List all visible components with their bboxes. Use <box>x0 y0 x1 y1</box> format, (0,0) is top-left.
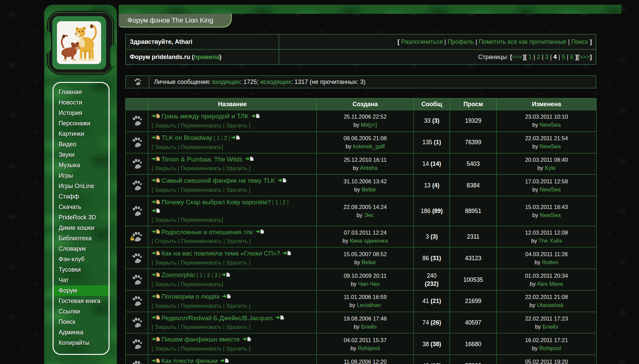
topic-action-link[interactable]: Закрыть <box>155 303 176 309</box>
topic-action-link[interactable]: Удалить <box>226 260 247 266</box>
author-link[interactable]: kotenok_gaff <box>353 143 385 149</box>
author-link[interactable]: The Хэйз <box>539 238 562 244</box>
topic-action-link[interactable]: Закрыть <box>155 217 176 223</box>
sidebar-item[interactable]: Гостевая книга <box>54 296 109 306</box>
topic-page-link[interactable]: 1 <box>200 272 203 278</box>
topic-title-link[interactable]: TLK on Broadway <box>161 134 212 141</box>
topic-title-link[interactable]: Самый смешной фанфик на тему TLK <box>161 177 275 184</box>
header-link[interactable]: Поиск <box>571 38 588 45</box>
rules-link[interactable]: правила <box>194 54 219 60</box>
topic-action-link[interactable]: Переименовать <box>181 324 221 330</box>
incoming-messages-link[interactable]: входящих <box>212 79 240 85</box>
sidebar-item[interactable]: Форум <box>54 285 109 296</box>
topic-action-link[interactable]: Переименовать <box>181 345 221 352</box>
sidebar-item[interactable]: Фэн-клуб <box>54 254 109 265</box>
author-link[interactable]: NewSea <box>540 186 560 192</box>
sidebar-item[interactable]: Дикие кошки <box>54 223 109 233</box>
sidebar-item[interactable]: Персонажи <box>54 118 109 129</box>
topic-action-link[interactable]: Переименовать <box>181 303 221 309</box>
topic-title-link[interactable]: Как на вас повлияла тема «Глюки СП»? <box>161 250 280 257</box>
topic-title-link[interactable]: Timon & Pumbaa: The Wilds <box>161 156 243 163</box>
arrow-doc-last-icon[interactable] <box>220 357 229 364</box>
sidebar-item[interactable]: Копирайты <box>54 338 109 348</box>
sidebar-item[interactable]: Звуки <box>54 150 109 160</box>
sidebar-item[interactable]: Чат <box>54 275 109 285</box>
author-link[interactable]: NewSea <box>540 143 560 149</box>
topic-page-link[interactable]: 1 <box>217 135 220 141</box>
sidebar-item[interactable]: Библиотека <box>54 233 109 244</box>
topic-action-link[interactable]: Удалить <box>226 238 248 244</box>
topic-action-link[interactable]: Удалить <box>226 345 247 352</box>
site-logo[interactable] <box>52 16 106 69</box>
arrow-doc-last-icon[interactable] <box>222 271 230 280</box>
sidebar-item[interactable]: Поиск <box>54 317 109 327</box>
author-link[interactable]: NewSea <box>540 212 560 218</box>
topic-page-link[interactable]: 2 <box>224 135 227 141</box>
sidebar-item[interactable]: История <box>54 108 109 118</box>
author-link[interactable]: Rohipnol <box>539 345 561 351</box>
author-link[interactable]: Мя[ут] <box>361 122 377 128</box>
arrow-doc-first-icon[interactable] <box>152 228 160 237</box>
topic-page-link[interactable]: 2 <box>207 272 210 278</box>
arrow-doc-first-icon[interactable] <box>152 271 160 280</box>
topic-action-link[interactable]: Переименовать <box>181 260 221 266</box>
arrow-doc-first-icon[interactable] <box>152 357 160 364</box>
author-link[interactable]: Kyle <box>545 165 555 171</box>
author-link[interactable]: Блейз <box>542 324 558 330</box>
author-link[interactable]: Энс <box>364 212 374 218</box>
topic-action-link[interactable]: Удалить <box>226 187 247 193</box>
topic-page-link[interactable]: 1 <box>275 200 278 205</box>
topic-action-link[interactable]: Переименовать <box>181 281 221 287</box>
topic-action-link[interactable]: Закрыть <box>155 144 176 150</box>
topic-action-link[interactable]: Переименовать <box>181 144 221 150</box>
next-pages-link[interactable]: >>> <box>579 54 590 60</box>
sidebar-item[interactable]: Ссылки <box>54 306 109 317</box>
page-link[interactable]: 5 <box>562 54 565 60</box>
author-link[interactable]: Alex Mane <box>537 281 563 287</box>
author-link[interactable]: Utanashati <box>537 302 564 308</box>
sidebar-item[interactable]: Картинки <box>54 129 109 139</box>
topic-action-link[interactable]: Открыть <box>155 238 177 244</box>
topic-page-link[interactable]: 3 <box>214 272 217 278</box>
topic-action-link[interactable]: Переименовать <box>181 217 221 223</box>
topic-action-link[interactable]: Удалить <box>226 303 247 309</box>
topic-page-link[interactable]: 2 <box>282 200 285 205</box>
arrow-doc-last-icon[interactable] <box>243 335 251 344</box>
topic-action-link[interactable]: Удалить <box>226 165 247 171</box>
sidebar-item[interactable]: Тусовки <box>54 265 109 275</box>
topic-action-link[interactable]: Закрыть <box>155 260 176 266</box>
topic-action-link[interactable]: Закрыть <box>155 324 176 330</box>
author-link[interactable]: Antoha <box>360 165 377 171</box>
sidebar-item[interactable]: Музыка <box>54 160 109 171</box>
author-link[interactable]: Чап-Чап <box>358 281 380 287</box>
sidebar-item[interactable]: Новости <box>54 97 109 108</box>
topic-title-link[interactable]: Пишем фанфикшн вместе <box>161 336 240 343</box>
topic-title-link[interactable]: Поговорим о людях <box>161 293 220 300</box>
topic-action-link[interactable]: Закрыть <box>155 165 176 171</box>
arrow-doc-first-icon[interactable] <box>152 112 160 121</box>
arrow-doc-first-icon[interactable] <box>152 249 160 258</box>
topic-action-link[interactable]: Закрыть <box>155 187 176 193</box>
author-link[interactable]: Beltar <box>362 186 376 192</box>
arrow-doc-last-icon[interactable] <box>256 228 264 237</box>
author-link[interactable]: Beltar <box>362 259 376 265</box>
topic-title-link[interactable]: Почему Скар выбрал Кову королём? <box>161 199 271 206</box>
topic-title-link[interactable]: Как плести феньки <box>161 357 218 364</box>
arrow-doc-first-icon[interactable] <box>152 155 160 164</box>
sidebar-item[interactable]: Админка <box>54 327 109 338</box>
arrow-doc-first-icon[interactable] <box>152 177 160 185</box>
author-link[interactable]: Leviathan <box>357 302 381 308</box>
page-link[interactable]: 1 <box>528 54 532 60</box>
topic-action-link[interactable]: Переименовать <box>181 238 222 244</box>
page-link[interactable]: 2 <box>537 54 540 60</box>
topic-title-link[interactable]: Редволл/Redwall-Б.Джейкс/B.Jacques <box>161 314 273 322</box>
arrow-doc-last-icon[interactable] <box>283 249 291 258</box>
sidebar-item[interactable]: Скачать <box>54 202 109 212</box>
topic-title-link[interactable]: Грань между природой и ТЛК <box>161 113 248 120</box>
sidebar-item[interactable]: Главная <box>54 87 109 97</box>
sidebar-item[interactable]: Стафф <box>54 191 109 202</box>
topic-title-link[interactable]: Родословные и отношения тлк <box>161 229 253 236</box>
topic-action-link[interactable]: Переименовать <box>181 165 221 171</box>
topic-action-link[interactable]: Переименовать <box>181 122 221 128</box>
arrow-doc-last-icon[interactable] <box>278 177 286 185</box>
